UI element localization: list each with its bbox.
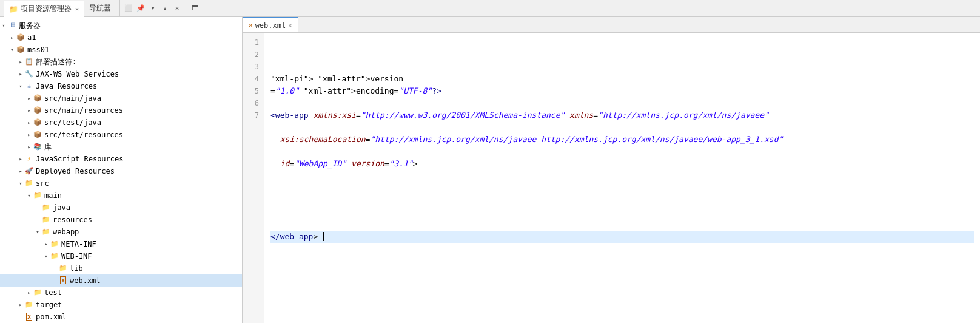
tree-item-pom-xml[interactable]: x pom.xml bbox=[0, 311, 242, 323]
line-number-6: 6 bbox=[247, 97, 259, 109]
tree-item-main[interactable]: 📁 main bbox=[0, 189, 242, 202]
tree-arrow[interactable] bbox=[34, 228, 41, 236]
tree-item-test[interactable]: 📁 test bbox=[0, 287, 242, 299]
editor-tab-close[interactable]: ✕ bbox=[288, 22, 292, 29]
xml-file-icon: ✕ bbox=[249, 21, 253, 29]
tree-arrow[interactable] bbox=[17, 168, 24, 175]
node-icon: 📁 bbox=[33, 288, 42, 297]
tree-item-lib[interactable]: 📚 库 bbox=[0, 141, 242, 153]
close-panel-icon[interactable]: ✕ bbox=[172, 4, 182, 13]
tab-project-explorer-close[interactable]: ✕ bbox=[75, 5, 79, 12]
tree-item-label: Deployed Resources bbox=[36, 166, 115, 177]
line-number-4: 4 bbox=[247, 73, 259, 85]
tree-item-label: src/test/java bbox=[44, 117, 101, 128]
tree-arrow[interactable] bbox=[42, 240, 50, 248]
tree-item-src-main-resources[interactable]: 📦 src/main/resources bbox=[0, 104, 242, 117]
tree-item-label: mss01 bbox=[27, 44, 49, 55]
editor-area[interactable]: 1234567 "xml-pi"> "xml-attr">version="1.… bbox=[243, 33, 980, 323]
tree-item-label: JavaScript Resources bbox=[36, 154, 124, 165]
tree-item-deployed-resources[interactable]: 🚀 Deployed Resources bbox=[0, 165, 242, 177]
tree-item-js-resources[interactable]: ⚡ JavaScript Resources bbox=[0, 153, 242, 165]
tree-arrow[interactable] bbox=[25, 95, 33, 102]
tree-item-label: pom.xml bbox=[36, 311, 67, 322]
tree-arrow[interactable] bbox=[17, 70, 24, 78]
node-icon: 🚀 bbox=[24, 167, 34, 175]
tree-item-label: web.xml bbox=[70, 275, 101, 286]
tree-item-label: lib bbox=[70, 263, 83, 274]
tree-item-label: main bbox=[44, 190, 62, 201]
line-numbers: 1234567 bbox=[243, 33, 264, 323]
node-icon: x bbox=[24, 313, 34, 321]
code-line-2: <web-app xmlns:xsi="http://www.w3.org/20… bbox=[270, 109, 974, 121]
tab-navigator-label: 导航器 bbox=[89, 3, 111, 13]
tree-item-java-resources[interactable]: ☕ Java Resources bbox=[0, 80, 242, 92]
tree-item-servers[interactable]: 🖥 服务器 bbox=[0, 19, 242, 32]
dropdown-icon[interactable]: ▾ bbox=[148, 4, 158, 13]
node-icon: 📁 bbox=[50, 252, 59, 260]
tree-arrow[interactable] bbox=[17, 301, 24, 308]
node-icon: 📁 bbox=[58, 264, 68, 273]
tree-arrow[interactable] bbox=[25, 289, 33, 296]
tree-arrow[interactable] bbox=[25, 143, 33, 151]
restore-icon[interactable]: ⬜ bbox=[124, 4, 133, 13]
tree-arrow[interactable] bbox=[17, 83, 24, 90]
project-explorer-icon: 📁 bbox=[9, 5, 18, 13]
node-icon: ☕ bbox=[24, 82, 34, 90]
tree-item-label: java bbox=[53, 202, 70, 213]
tree-item-deploy-desc[interactable]: 📋 部署描述符: bbox=[0, 56, 242, 68]
tree-item-src[interactable]: 📁 src bbox=[0, 177, 242, 189]
tree-item-label: src/main/java bbox=[44, 93, 101, 104]
pin-icon[interactable]: 📌 bbox=[136, 4, 146, 13]
tab-project-explorer[interactable]: 📁 项目资源管理器 ✕ bbox=[4, 1, 84, 17]
project-tree: 🖥 服务器 📦 a1 📦 mss01 📋 部署描述符: 🔧 JAX-WS Web… bbox=[0, 17, 242, 323]
tree-item-src-test-resources[interactable]: 📦 src/test/resources bbox=[0, 129, 242, 141]
tree-item-a1[interactable]: 📦 a1 bbox=[0, 32, 242, 44]
tree-arrow[interactable] bbox=[25, 119, 33, 126]
main-container: 🖥 服务器 📦 a1 📦 mss01 📋 部署描述符: 🔧 JAX-WS Web… bbox=[0, 17, 980, 323]
left-panel: 🖥 服务器 📦 a1 📦 mss01 📋 部署描述符: 🔧 JAX-WS Web… bbox=[0, 17, 243, 323]
editor-tab-web-xml[interactable]: ✕ web.xml ✕ bbox=[243, 17, 298, 32]
code-line-5 bbox=[270, 182, 974, 194]
tree-item-label: JAX-WS Web Services bbox=[36, 69, 119, 80]
tree-arrow[interactable] bbox=[17, 58, 24, 66]
tree-item-label: src bbox=[36, 178, 49, 189]
tree-item-mss01[interactable]: 📦 mss01 bbox=[0, 44, 242, 56]
tab-navigator[interactable]: 导航器 bbox=[84, 0, 116, 16]
tree-arrow[interactable] bbox=[17, 155, 24, 163]
line-number-2: 2 bbox=[247, 49, 259, 61]
maximize-icon[interactable]: 🗖 bbox=[190, 4, 200, 13]
tree-arrow[interactable] bbox=[25, 192, 33, 199]
tree-item-webapp[interactable]: 📁 webapp bbox=[0, 226, 242, 238]
tree-arrow[interactable] bbox=[8, 34, 16, 41]
tree-item-label: 服务器 bbox=[19, 20, 41, 31]
tree-item-src-main-java[interactable]: 📦 src/main/java bbox=[0, 92, 242, 104]
tree-item-label: webapp bbox=[53, 226, 79, 237]
tree-arrow[interactable] bbox=[42, 253, 50, 260]
tree-item-target[interactable]: 📁 target bbox=[0, 299, 242, 311]
tree-item-web-xml[interactable]: x web.xml bbox=[0, 274, 242, 287]
tree-arrow[interactable] bbox=[8, 46, 16, 53]
up-icon[interactable]: ▴ bbox=[160, 4, 170, 13]
tree-item-web-inf[interactable]: 📁 WEB-INF bbox=[0, 250, 242, 262]
tree-item-meta-inf[interactable]: 📁 META-INF bbox=[0, 238, 242, 250]
line-number-5: 5 bbox=[247, 85, 259, 97]
tree-item-src-test-java[interactable]: 📦 src/test/java bbox=[0, 117, 242, 129]
tree-item-resources[interactable]: 📁 resources bbox=[0, 214, 242, 226]
tree-arrow[interactable] bbox=[25, 131, 33, 138]
node-icon: 🔧 bbox=[24, 70, 34, 78]
tree-item-java[interactable]: 📁 java bbox=[0, 202, 242, 214]
tree-item-jax-ws[interactable]: 🔧 JAX-WS Web Services bbox=[0, 68, 242, 80]
tree-item-label: META-INF bbox=[61, 239, 96, 250]
node-icon: 📁 bbox=[33, 191, 42, 200]
tree-item-lib-folder[interactable]: 📁 lib bbox=[0, 262, 242, 274]
tree-item-label: target bbox=[36, 299, 62, 310]
tree-arrow[interactable] bbox=[17, 180, 24, 187]
left-panel-tabs: 📁 项目资源管理器 ✕ 导航器 bbox=[0, 0, 120, 16]
node-icon: 📚 bbox=[33, 143, 42, 151]
tree-arrow[interactable] bbox=[25, 107, 33, 114]
node-icon: 📁 bbox=[41, 228, 51, 236]
node-icon: 📦 bbox=[16, 33, 25, 42]
tree-item-label: a1 bbox=[27, 32, 36, 43]
code-content[interactable]: "xml-pi"> "xml-attr">version="1.0" "xml-… bbox=[264, 33, 980, 323]
tree-arrow[interactable] bbox=[0, 22, 7, 29]
